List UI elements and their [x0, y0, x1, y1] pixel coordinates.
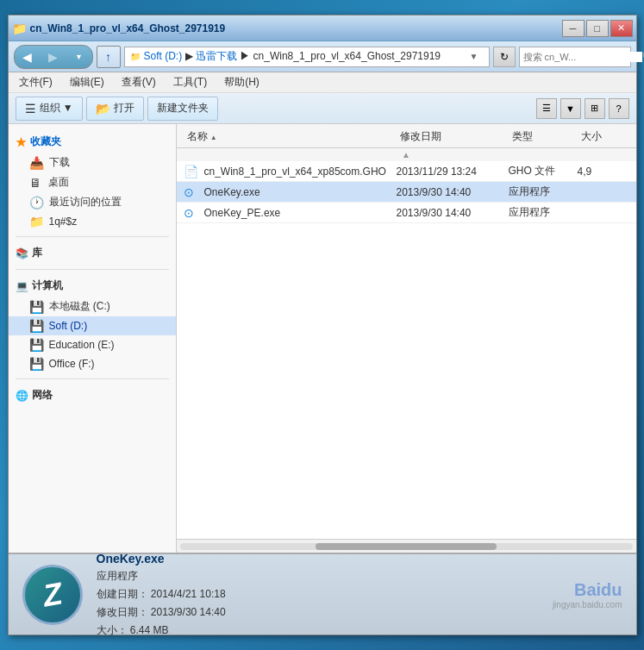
address-field[interactable]: 📁 Soft (D:) ▶ 迅雷下载 ▶ cn_Win8_1_pro_vl_x6… [124, 47, 490, 67]
sidebar-item-download[interactable]: 📥 下载 [9, 153, 176, 172]
new-folder-button[interactable]: 新建文件夹 [147, 97, 218, 121]
file-list: 📄 cn_Win8_1_pro_vl_x64_xp85com.GHO 2013/… [177, 161, 636, 539]
f-drive-icon: 💾 [29, 357, 44, 371]
open-label: 打开 [114, 101, 134, 116]
breadcrumb-3: cn_Win8_1_pro_vl_x64_Ghost_2971919 [253, 50, 441, 62]
baidu-logo: Baidu [553, 580, 622, 600]
network-label: 网络 [32, 388, 53, 403]
sidebar-item-e-drive[interactable]: 💾 Education (E:) [9, 335, 176, 354]
size-value: 6.44 MB [130, 624, 169, 636]
help-button[interactable]: ? [609, 98, 629, 119]
sidebar-item-f-drive[interactable]: 💾 Office (F:) [9, 354, 176, 373]
sidebar-item-d-drive[interactable]: 💾 Soft (D:) [9, 316, 176, 335]
created-label: 创建日期： [97, 588, 148, 600]
file-row-onekey[interactable]: ⊙ OneKey.exe 2013/9/30 14:40 应用程序 [177, 182, 636, 203]
library-section[interactable]: 📚 库 [9, 242, 176, 264]
network-section[interactable]: 🌐 网络 [9, 384, 176, 406]
forward-button[interactable]: ▶ [41, 46, 66, 68]
refresh-button[interactable]: ↻ [493, 47, 516, 67]
file-area: 名称 ▲ 修改日期 类型 大小 ▲ 📄 cn_Win8_1_pro_vl_x64… [177, 124, 636, 553]
pane-toggle-button[interactable]: ⊞ [585, 98, 605, 119]
file-gho-name: 📄 cn_Win8_1_pro_vl_x64_xp85com.GHO [184, 165, 397, 178]
window-icon: 📁 [12, 22, 27, 35]
sidebar-item-c-drive[interactable]: 💾 本地磁盘 (C:) [9, 297, 176, 316]
e-drive-label: Education (E:) [49, 339, 115, 351]
scrollbar-thumb[interactable] [316, 543, 497, 550]
preview-symbol: Z [40, 575, 65, 614]
new-folder-label: 新建文件夹 [157, 101, 209, 116]
close-button[interactable]: ✕ [610, 20, 633, 37]
address-dropdown-icon[interactable]: ▼ [470, 52, 484, 61]
library-label: 库 [32, 246, 42, 260]
favorites-group: ★ 收藏夹 📥 下载 🖥 桌面 🕐 最近访问的位置 📁 1q#$z [9, 131, 176, 231]
title-buttons: ─ □ ✕ [562, 20, 633, 37]
computer-section[interactable]: 💻 计算机 [9, 275, 176, 297]
d-drive-label: Soft (D:) [49, 320, 88, 332]
computer-icon: 💻 [16, 280, 28, 292]
sidebar-item-download-label: 下载 [49, 155, 70, 170]
status-info: OneKey.exe 应用程序 创建日期： 2014/4/21 10:18 修改… [97, 552, 539, 638]
col-header-size[interactable]: 大小 [578, 128, 629, 146]
col-header-name[interactable]: 名称 ▲ [184, 128, 397, 146]
menu-tools[interactable]: 工具(T) [166, 73, 214, 91]
col-name-label: 名称 [187, 130, 208, 142]
search-box[interactable]: 🔍 [519, 47, 631, 67]
sidebar-item-desktop-label: 桌面 [48, 175, 69, 190]
minimize-button[interactable]: ─ [562, 20, 585, 37]
favorites-label: 收藏夹 [30, 134, 61, 149]
computer-label: 计算机 [32, 278, 63, 293]
breadcrumb: Soft (D:) [144, 50, 183, 62]
menu-edit[interactable]: 编辑(E) [63, 73, 111, 91]
f-drive-label: Office (F:) [49, 358, 95, 370]
d-drive-icon: 💾 [29, 319, 44, 333]
sidebar-item-desktop[interactable]: 🖥 桌面 [9, 172, 176, 192]
maximize-button[interactable]: □ [586, 20, 609, 37]
file-row-gho[interactable]: 📄 cn_Win8_1_pro_vl_x64_xp85com.GHO 2013/… [177, 161, 636, 182]
open-button[interactable]: 📂 打开 [86, 97, 144, 121]
up-button[interactable]: ↑ [97, 46, 121, 68]
desktop-icon: 🖥 [29, 176, 43, 190]
search-input[interactable] [523, 52, 642, 62]
sidebar-item-1q-label: 1q#$z [49, 216, 78, 228]
exe-file-icon: ⊙ [184, 185, 199, 199]
scroll-up-indicator: ▲ [177, 148, 636, 161]
status-modified: 修改日期： 2013/9/30 14:40 [97, 605, 539, 620]
menu-bar: 文件(F) 编辑(E) 查看(V) 工具(T) 帮助(H) [9, 72, 636, 93]
scrollbar-track[interactable] [180, 543, 633, 550]
dropdown-button[interactable]: ▼ [66, 46, 92, 68]
modified-label: 修改日期： [97, 606, 148, 618]
gho-filename: cn_Win8_1_pro_vl_x64_xp85com.GHO [204, 166, 386, 178]
star-icon: ★ [16, 135, 27, 149]
organize-label: 组织 ▼ [40, 101, 73, 116]
menu-view[interactable]: 查看(V) [115, 73, 163, 91]
explorer-window: 📁 cn_Win8_1_pro_vl_x64_Ghost_2971919 ─ □… [8, 15, 637, 635]
sidebar-item-1q[interactable]: 📁 1q#$z [9, 212, 176, 231]
gho-date: 2013/11/29 13:24 [397, 166, 509, 178]
sep1 [16, 236, 169, 237]
col-header-type[interactable]: 类型 [509, 128, 578, 146]
breadcrumb-2: 迅雷下载 [196, 50, 237, 62]
file-preview-icon: Z [22, 565, 83, 625]
favorites-header[interactable]: ★ 收藏夹 [9, 131, 176, 153]
status-type: 应用程序 [97, 569, 539, 584]
open-icon: 📂 [96, 102, 110, 116]
sort-icon: ▲ [210, 134, 217, 141]
organize-button[interactable]: ☰ 组织 ▼ [16, 97, 83, 121]
col-header-date[interactable]: 修改日期 [397, 128, 509, 146]
menu-file[interactable]: 文件(F) [12, 73, 59, 91]
view-dropdown-button[interactable]: ▼ [560, 98, 581, 119]
view-toggle-button[interactable]: ☰ [536, 98, 557, 119]
onekey-date: 2013/9/30 14:40 [397, 186, 509, 198]
library-icon: 📚 [16, 247, 28, 259]
folder-icon-1q: 📁 [29, 215, 44, 228]
menu-help[interactable]: 帮助(H) [217, 73, 266, 91]
recent-icon: 🕐 [29, 196, 44, 209]
back-button[interactable]: ◀ [15, 46, 41, 68]
status-bar: Z OneKey.exe 应用程序 创建日期： 2014/4/21 10:18 … [9, 553, 636, 634]
window-title: cn_Win8_1_pro_vl_x64_Ghost_2971919 [30, 22, 226, 34]
up-arrow-icon: ▲ [402, 150, 410, 159]
sidebar-item-recent[interactable]: 🕐 最近访问的位置 [9, 192, 176, 212]
file-row-onekey-pe[interactable]: ⊙ OneKey_PE.exe 2013/9/30 14:40 应用程序 [177, 203, 636, 223]
title-bar: 📁 cn_Win8_1_pro_vl_x64_Ghost_2971919 ─ □… [9, 16, 636, 41]
onekey-filename: OneKey.exe [204, 186, 260, 198]
